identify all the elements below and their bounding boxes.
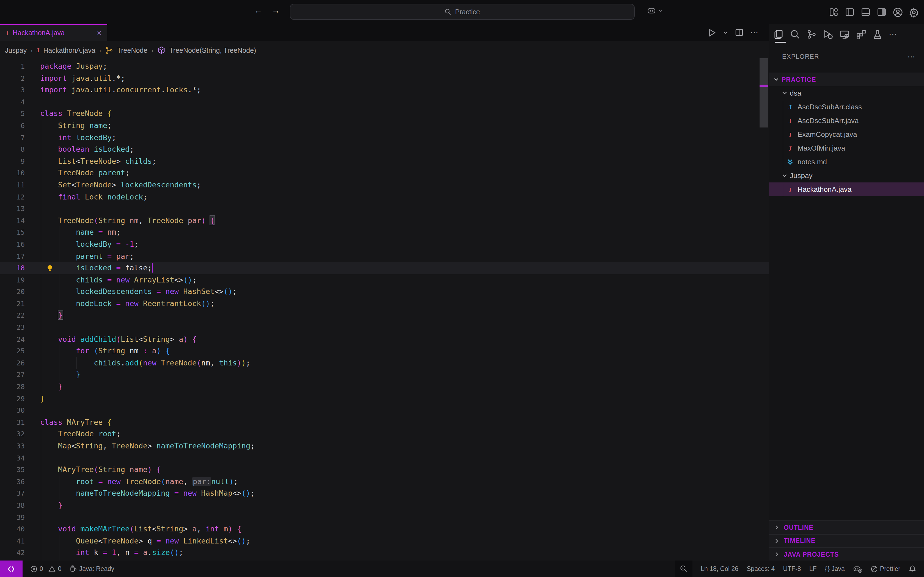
file-notes-md[interactable]: notes.md <box>769 155 924 169</box>
account-icon[interactable] <box>893 7 903 17</box>
breadcrumb-class[interactable]: TreeNode <box>117 47 147 54</box>
folder-dsa[interactable]: dsa <box>769 86 924 100</box>
settings-gear-icon[interactable] <box>909 7 919 17</box>
remote-indicator[interactable] <box>0 561 23 577</box>
split-editor-icon[interactable] <box>735 28 744 37</box>
code-line[interactable]: 26 childs.add(new TreeNode(nm, this)); <box>0 357 769 369</box>
toggle-secondary-sidebar-icon[interactable] <box>877 7 887 17</box>
code-line[interactable]: 20 lockedDescendents = new HashSet<>(); <box>0 286 769 298</box>
file-maxofmin-java[interactable]: JMaxOfMin.java <box>769 141 924 155</box>
chevron-down-icon[interactable] <box>723 30 728 35</box>
code-line[interactable]: 3import java.util.concurrent.locks.*; <box>0 84 769 96</box>
java-status[interactable]: Java: Ready <box>69 565 115 572</box>
code-line[interactable]: 22 } <box>0 309 769 321</box>
code-line[interactable]: 40 void makeMArTree(List<String> a, int … <box>0 523 769 535</box>
notifications[interactable] <box>909 565 916 572</box>
code-line[interactable]: 39 <box>0 511 769 523</box>
panel-java-projects[interactable]: JAVA PROJECTS <box>769 547 924 561</box>
code-line[interactable]: 8 boolean isLocked; <box>0 143 769 155</box>
cursor-position[interactable]: Ln 18, Col 26 <box>701 566 738 572</box>
code-line[interactable]: 29} <box>0 393 769 405</box>
code-line[interactable]: 10 TreeNode parent; <box>0 167 769 179</box>
code-line[interactable]: 34 <box>0 452 769 464</box>
source-control-icon[interactable] <box>806 29 817 39</box>
editor-scrollbar[interactable] <box>759 58 768 127</box>
code-line[interactable]: 23 <box>0 321 769 333</box>
file-hackathona-java[interactable]: JHackathonA.java <box>769 182 924 196</box>
copilot-menu[interactable] <box>647 6 663 15</box>
code-line[interactable]: 6 String name; <box>0 120 769 132</box>
code-line[interactable]: 17 parent = par; <box>0 250 769 262</box>
code-line[interactable]: 21 nodeLock = new ReentrantLock(); <box>0 298 769 309</box>
code-line[interactable]: 2import java.util.*; <box>0 72 769 84</box>
toggle-primary-sidebar-icon[interactable] <box>845 7 855 17</box>
code-line[interactable]: 36 root = new TreeNode(name, par:null); <box>0 476 769 488</box>
customize-layout-icon[interactable] <box>829 7 839 17</box>
code-line[interactable]: 27 } <box>0 369 769 381</box>
code-line[interactable]: 41 Queue<TreeNode> q = new LinkedList<>(… <box>0 535 769 547</box>
remote-explorer-icon[interactable] <box>839 29 850 39</box>
code-line[interactable]: 14 TreeNode(String nm, TreeNode par) { <box>0 214 769 226</box>
code-line[interactable]: 42 int k = 1, n = a.size(); <box>0 547 769 559</box>
problems-status[interactable]: 0 0 <box>30 565 61 572</box>
code-line[interactable]: 30 <box>0 405 769 416</box>
toggle-panel-icon[interactable] <box>861 7 871 17</box>
chevron-right-icon: › <box>99 47 101 53</box>
code-line[interactable]: 13 <box>0 203 769 214</box>
code-line[interactable]: 11 Set<TreeNode> lockedDescendents; <box>0 179 769 191</box>
run-icon[interactable] <box>707 28 717 37</box>
code-line[interactable]: 25 for (String nm : a) { <box>0 345 769 357</box>
panel-timeline[interactable]: TIMELINE <box>769 534 924 547</box>
section-practice[interactable]: PRACTICE <box>769 73 924 86</box>
copilot-status[interactable] <box>853 565 863 573</box>
run-debug-icon[interactable] <box>823 29 833 39</box>
code-editor[interactable]: 1package Juspay;2import java.util.*;3imp… <box>0 60 769 561</box>
file-examcopycat-java[interactable]: JExamCopycat.java <box>769 127 924 141</box>
file-ascdscsubarr-java[interactable]: JAscDscSubArr.java <box>769 114 924 127</box>
code-line[interactable]: 9 List<TreeNode> childs; <box>0 156 769 167</box>
code-line[interactable]: 19 childs = new ArrayList<>(); <box>0 274 769 286</box>
breadcrumb-root[interactable]: Juspay <box>5 47 27 54</box>
zoom-indicator[interactable] <box>675 561 693 577</box>
code-line[interactable]: 7 int lockedBy; <box>0 132 769 143</box>
language-mode[interactable]: { } Java <box>825 566 845 572</box>
testing-icon[interactable] <box>872 29 883 39</box>
code-line[interactable]: 24 void addChild(List<String> a) { <box>0 333 769 345</box>
code-line[interactable]: 33 Map<String, TreeNode> nameToTreeNodeM… <box>0 440 769 452</box>
formatter-status[interactable]: Prettier <box>871 565 900 572</box>
encoding[interactable]: UTF-8 <box>783 566 801 572</box>
close-tab-icon[interactable]: ✕ <box>97 29 102 37</box>
indentation[interactable]: Spaces: 4 <box>746 566 775 572</box>
lightbulb-icon[interactable] <box>46 264 53 272</box>
code-line[interactable]: 35 MAryTree(String name) { <box>0 464 769 475</box>
breadcrumb-method[interactable]: TreeNode(String, TreeNode) <box>170 47 256 54</box>
extensions-icon[interactable] <box>856 29 866 39</box>
command-center-search[interactable]: Practice <box>290 4 635 20</box>
panel-outline[interactable]: OUTLINE <box>769 521 924 533</box>
file-ascdscsubarr-class[interactable]: JAscDscSubArr.class <box>769 100 924 114</box>
nav-forward-icon[interactable]: → <box>272 5 280 15</box>
code-text <box>25 96 40 108</box>
code-line[interactable]: 4 <box>0 96 769 108</box>
tab-hackathona[interactable]: J HackathonA.java ✕ <box>0 24 107 41</box>
code-line[interactable]: 37 nameToTreeNodeMapping = new HashMap<>… <box>0 488 769 500</box>
code-line[interactable]: 18 isLocked = false; <box>0 262 769 274</box>
more-icon[interactable]: ⋯ <box>889 29 899 39</box>
code-line[interactable]: 1package Juspay; <box>0 60 769 72</box>
code-line[interactable]: 15 name = nm; <box>0 227 769 239</box>
more-actions-icon[interactable]: ⋯ <box>908 52 915 61</box>
breadcrumb-file[interactable]: HackathonA.java <box>44 47 95 54</box>
code-line[interactable]: 12 final Lock nodeLock; <box>0 191 769 203</box>
folder-juspay[interactable]: Juspay <box>769 169 924 182</box>
code-line[interactable]: 32 TreeNode root; <box>0 428 769 440</box>
code-line[interactable]: 5class TreeNode { <box>0 108 769 120</box>
files-icon[interactable] <box>773 29 784 39</box>
nav-back-icon[interactable]: ← <box>254 5 262 15</box>
more-actions-icon[interactable]: ⋯ <box>750 27 759 37</box>
code-line[interactable]: 38 } <box>0 500 769 511</box>
search-icon[interactable] <box>790 29 800 39</box>
code-line[interactable]: 16 lockedBy = -1; <box>0 239 769 250</box>
code-line[interactable]: 31class MAryTree { <box>0 417 769 428</box>
eol-sequence[interactable]: LF <box>809 566 817 572</box>
code-line[interactable]: 28 } <box>0 381 769 393</box>
